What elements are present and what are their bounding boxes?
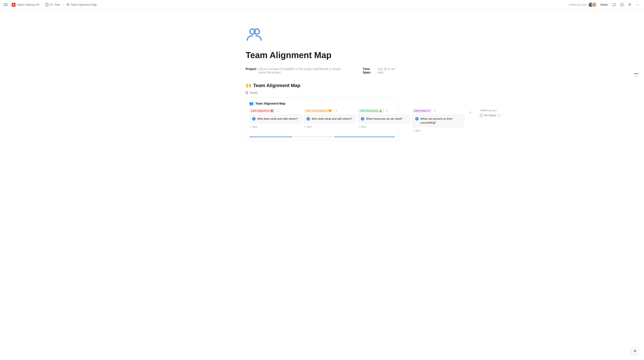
no-status-label: No Status xyxy=(484,114,496,117)
board-label[interactable]: Board xyxy=(246,91,398,94)
column-header-resources: Joint Resources 🔒 1 xyxy=(358,109,410,113)
hidden-groups-label: Hidden groups xyxy=(480,109,514,112)
svg-rect-14 xyxy=(480,114,482,116)
svg-rect-13 xyxy=(247,91,248,94)
svg-rect-12 xyxy=(246,91,247,94)
card-text-commitments-1: Who does what and with whom? xyxy=(312,117,352,121)
project-label: Project: xyxy=(246,67,257,71)
column-header-objectives: Joint Objectives 🎯 1 xyxy=(249,109,301,113)
more-options-button[interactable] xyxy=(634,2,640,8)
page-icon-area xyxy=(246,27,398,45)
new-label-risks: New xyxy=(415,129,420,132)
database-section: 👥 Team Alignment Map Joint Objectives 🎯 … xyxy=(246,98,398,141)
favorite-button[interactable] xyxy=(627,2,633,8)
card-info-icon: i xyxy=(252,117,256,121)
card-info-icon-risks: i xyxy=(415,117,419,121)
card-risks-1[interactable]: i What can prevent us from succeeding? xyxy=(412,114,464,127)
card-text-objectives-1: Who does what and with whom? xyxy=(257,117,298,121)
new-label-objectives: New xyxy=(252,125,257,128)
timespan-field: Time Span: Use @ to set date. xyxy=(363,67,398,74)
share-button[interactable]: Share xyxy=(598,2,610,7)
add-new-commitments[interactable]: + New xyxy=(304,124,356,129)
edited-timestamp: Edited just now xyxy=(569,3,586,6)
notion-logo-icon: N xyxy=(12,3,16,7)
svg-point-4 xyxy=(67,4,68,4)
column-count-commitments: 1 xyxy=(336,109,337,112)
new-label-commitments: New xyxy=(306,125,312,128)
timespan-value[interactable]: Use @ to set date. xyxy=(378,67,398,74)
board-grid-icon xyxy=(246,91,248,94)
new-label-resources: New xyxy=(361,125,366,128)
breadcrumb-notion-startup-os[interactable]: N Notion Startup OS xyxy=(11,2,40,7)
hamburger-menu[interactable] xyxy=(4,3,8,7)
column-tag-commitments[interactable]: Joint Commitments 🧡 xyxy=(304,109,333,113)
no-status-count: 0 xyxy=(498,114,500,117)
breadcrumb-plan-label: 01. Plan xyxy=(50,3,60,6)
column-count-risks: 1 xyxy=(434,109,435,112)
project-field: Project: Link to a project if available … xyxy=(246,67,346,74)
main-content: Team Alignment Map Project: Link to a pr… xyxy=(225,10,419,162)
comment-button[interactable] xyxy=(611,2,617,8)
plus-icon-objectives: + xyxy=(250,125,251,128)
svg-point-8 xyxy=(637,4,638,5)
column-header-risks: Joint Risks 👁 1 xyxy=(412,109,464,113)
topbar-left: N Notion Startup OS / 01. Plan / xyxy=(4,2,98,7)
column-joint-commitments: Joint Commitments 🧡 1 i Who does what an… xyxy=(304,109,356,129)
svg-point-5 xyxy=(68,4,69,4)
card-text-resources-1: What resources do we need? xyxy=(366,117,402,121)
scroll-bar-inactive xyxy=(294,137,332,137)
history-button[interactable] xyxy=(619,2,625,8)
card-info-icon-resources: i xyxy=(361,117,364,121)
add-new-resources[interactable]: + New xyxy=(358,124,410,129)
topbar-right: Edited just now Share xyxy=(569,2,640,8)
breadcrumb-sep-2: / xyxy=(63,3,64,6)
no-status-item[interactable]: No Status 0 xyxy=(480,114,514,117)
right-scroll-indicator xyxy=(634,73,639,76)
database-header-text: Team Alignment Map xyxy=(255,102,285,105)
scroll-bar-active-right xyxy=(334,137,395,137)
svg-point-7 xyxy=(636,4,637,5)
timespan-label: Time Span: xyxy=(363,67,376,74)
add-column-button[interactable]: + xyxy=(467,109,474,116)
plus-icon-risks: + xyxy=(413,129,414,132)
add-new-risks[interactable]: + New xyxy=(412,128,464,133)
breadcrumb-team-alignment[interactable]: Team Alignment Map xyxy=(65,3,98,7)
column-tag-risks[interactable]: Joint Risks 👁 xyxy=(412,109,432,113)
database-header: 👥 Team Alignment Map xyxy=(249,101,395,105)
column-joint-objectives: Joint Objectives 🎯 1 i Who does what and… xyxy=(249,109,301,129)
team-icon-large xyxy=(246,27,263,44)
no-status-icon xyxy=(480,114,483,117)
avatar-secondary xyxy=(592,2,597,7)
hidden-groups-section: Hidden groups No Status 0 xyxy=(480,109,514,117)
section-heading: 🙌 Team Alignment Map xyxy=(246,83,398,88)
card-info-icon-commitments: i xyxy=(306,117,310,121)
scroll-bar-active-left xyxy=(249,137,292,137)
scroll-line-2 xyxy=(634,75,638,75)
plus-icon-resources: + xyxy=(358,125,360,128)
board-container: Joint Objectives 🎯 1 i Who does what and… xyxy=(249,109,395,133)
column-joint-resources: Joint Resources 🔒 1 i What resources do … xyxy=(358,109,410,129)
column-joint-risks: Joint Risks 👁 1 i What can prevent us fr… xyxy=(412,109,464,133)
card-objectives-1[interactable]: i Who does what and with whom? xyxy=(249,114,301,123)
section-heading-text: Team Alignment Map xyxy=(253,83,300,88)
column-tag-resources[interactable]: Joint Resources 🔒 xyxy=(358,109,384,113)
add-new-objectives[interactable]: + New xyxy=(249,124,301,129)
column-header-commitments: Joint Commitments 🧡 1 xyxy=(304,109,356,113)
card-commitments-1[interactable]: i Who does what and with whom? xyxy=(304,114,356,123)
column-count-objectives: 1 xyxy=(277,109,278,112)
breadcrumb-01-plan[interactable]: 01. Plan xyxy=(44,3,61,7)
plan-page-icon xyxy=(45,3,49,7)
metadata-row: Project: Link to a project if available … xyxy=(246,67,398,74)
project-value[interactable]: Link to a project if available in the pr… xyxy=(258,67,346,74)
plus-icon-commitments: + xyxy=(304,125,306,128)
column-tag-objectives[interactable]: Joint Objectives 🎯 xyxy=(249,109,275,113)
scroll-indicators xyxy=(249,137,395,137)
board-label-text: Board xyxy=(250,91,258,94)
database-header-icon: 👥 xyxy=(249,101,254,105)
topbar: N Notion Startup OS / 01. Plan / xyxy=(0,0,644,10)
card-text-risks-1: What can prevent us from succeeding? xyxy=(420,117,462,125)
svg-point-9 xyxy=(638,4,639,5)
collaborator-avatars xyxy=(588,2,597,7)
card-resources-1[interactable]: i What resources do we need? xyxy=(358,114,410,123)
page-title: Team Alignment Map xyxy=(246,50,398,60)
